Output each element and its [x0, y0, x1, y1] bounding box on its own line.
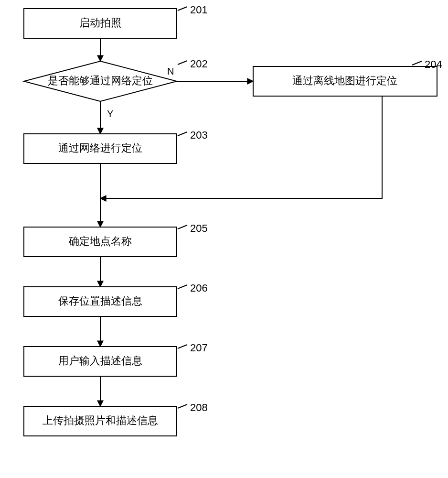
- node-207-label: 用户输入描述信息: [58, 355, 142, 367]
- node-205-label: 确定地点名称: [68, 235, 132, 247]
- node-202-label: 是否能够通过网络定位: [48, 75, 153, 87]
- svg-line-5: [412, 61, 422, 65]
- node-205: 确定地点名称: [24, 227, 177, 257]
- decision-yes-label: Y: [107, 109, 113, 119]
- node-204: 通过离线地图进行定位: [253, 66, 437, 96]
- node-206-label: 保存位置描述信息: [58, 295, 142, 307]
- svg-line-3: [178, 61, 187, 65]
- node-201-label: 启动拍照: [79, 17, 121, 29]
- node-203-label: 通过网络进行定位: [58, 142, 142, 154]
- node-206-ref: 206: [190, 282, 208, 294]
- node-203: 通过网络进行定位: [24, 134, 177, 163]
- svg-line-11: [178, 285, 187, 289]
- node-205-ref: 205: [190, 222, 208, 234]
- node-202-ref: 202: [190, 58, 208, 70]
- node-208-ref: 208: [190, 402, 208, 413]
- node-201: 启动拍照: [24, 9, 177, 38]
- node-204-ref: 204: [425, 58, 442, 70]
- decision-no-label: N: [167, 66, 174, 76]
- svg-line-9: [178, 225, 187, 229]
- node-201-ref: 201: [190, 4, 208, 16]
- svg-line-7: [178, 132, 187, 136]
- svg-line-13: [178, 345, 187, 348]
- svg-line-1: [178, 7, 187, 11]
- node-204-label: 通过离线地图进行定位: [292, 75, 397, 87]
- node-208: 上传拍摄照片和描述信息: [24, 406, 177, 436]
- node-206: 保存位置描述信息: [24, 287, 177, 316]
- svg-line-15: [178, 404, 187, 408]
- flowchart: 启动拍照 201 是否能够通过网络定位 202 N Y 通过离线地图进行定位 2…: [0, 0, 448, 478]
- node-207: 用户输入描述信息: [24, 347, 177, 376]
- node-203-ref: 203: [190, 129, 208, 141]
- node-207-ref: 207: [190, 342, 208, 354]
- node-208-label: 上传拍摄照片和描述信息: [43, 414, 158, 426]
- node-202: 是否能够通过网络定位: [24, 61, 177, 101]
